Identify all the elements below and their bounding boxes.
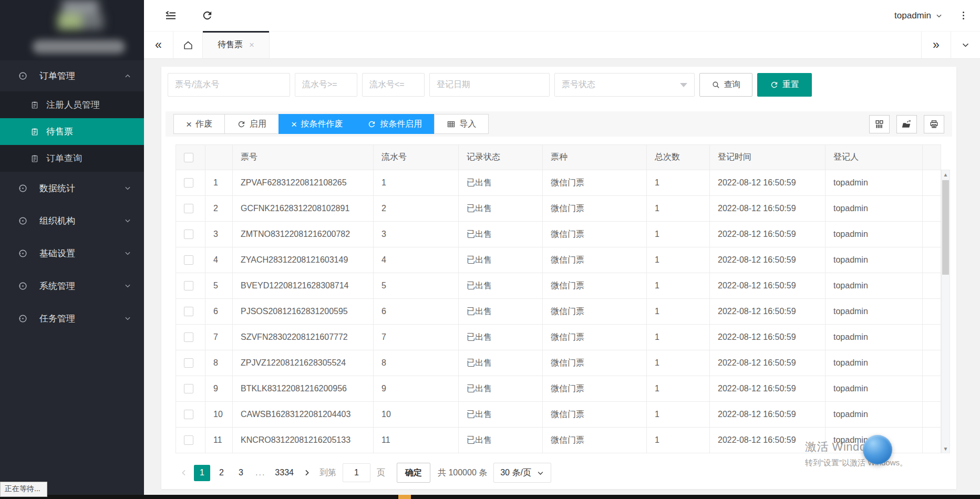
module-icon (18, 71, 28, 81)
toolbar-button-作废[interactable]: ×作废 (173, 114, 225, 134)
vertical-scrollbar[interactable]: ▲ ▼ (941, 170, 950, 453)
register-date-filter-input[interactable]: 登记日期 (429, 73, 550, 97)
clipboard-icon (30, 154, 39, 163)
more-menu-icon[interactable] (961, 9, 966, 22)
sidebar: 订单管理注册人员管理待售票订单查询数据统计组织机构基础设置系统管理任务管理 (0, 0, 144, 499)
close-tab-icon[interactable]: × (249, 40, 254, 50)
sidebar-item-label: 注册人员管理 (46, 99, 100, 111)
index-cell: 6 (205, 299, 233, 325)
register-time-cell: 2022-08-12 16:50:59 (710, 299, 826, 325)
next-page-icon[interactable] (298, 469, 315, 477)
ticket-type-cell: 微信门票 (543, 222, 647, 247)
toolbar-button-label: 导入 (459, 119, 476, 130)
index-cell: 11 (205, 428, 233, 453)
home-tab-button[interactable] (173, 32, 203, 58)
scrollbar-thumb[interactable] (942, 180, 949, 275)
columns-button[interactable] (869, 115, 890, 133)
row-checkbox[interactable] (184, 230, 193, 239)
confirm-page-button[interactable]: 确定 (397, 463, 430, 483)
logo-image-blurred (53, 0, 110, 36)
row-checkbox[interactable] (184, 307, 193, 316)
sidebar-group-订单管理[interactable]: 订单管理 (0, 60, 144, 91)
print-button[interactable] (924, 115, 944, 133)
assist-bubble[interactable] (863, 435, 892, 464)
tabs-dropdown-button[interactable] (951, 32, 980, 58)
logo-text-blurred (33, 40, 125, 54)
table-row: 6PJSOS208121628312005956已出售微信门票12022-08-… (176, 299, 941, 325)
row-checkbox[interactable] (184, 281, 193, 290)
toolbar-right-icons (869, 115, 944, 133)
chevron-down-icon (124, 315, 131, 322)
serial-no-cell: 1 (374, 170, 459, 196)
row-checkbox[interactable] (184, 358, 193, 368)
page-button-3334[interactable]: 3334 (272, 465, 297, 481)
sidebar-item-系统管理[interactable]: 系统管理 (0, 269, 144, 302)
collapse-sidebar-icon[interactable] (164, 9, 177, 22)
toolbar-button-label: 按条件作废 (301, 119, 343, 130)
total-count-cell: 1 (647, 170, 710, 196)
ticket-type-cell: 微信门票 (543, 428, 647, 453)
export-button[interactable] (896, 115, 917, 133)
checkbox-cell (176, 350, 205, 376)
sidebar-item-订单查询[interactable]: 订单查询 (0, 145, 144, 172)
filter-bar: 票号/流水号 流水号>= 流水号<= 登记日期 票号状态 查询 (168, 73, 950, 97)
total-count-cell: 1 (647, 376, 710, 402)
select-all-checkbox[interactable] (184, 153, 193, 162)
page-number-list: 123...3334 (192, 465, 298, 481)
column-header-登记时间: 登记时间 (710, 145, 826, 170)
total-count-cell: 1 (647, 428, 710, 453)
checkbox-cell (176, 428, 205, 453)
sidebar-item-注册人员管理[interactable]: 注册人员管理 (0, 91, 144, 118)
ticket-no-cell: PJSOS20812162831200595 (233, 299, 374, 325)
row-checkbox[interactable] (184, 410, 193, 419)
refresh-page-icon[interactable] (201, 9, 213, 22)
page-button-3[interactable]: 3 (233, 465, 249, 481)
row-checkbox[interactable] (184, 384, 193, 393)
sidebar-item-组织机构[interactable]: 组织机构 (0, 204, 144, 237)
row-checkbox[interactable] (184, 332, 193, 342)
tabs-scroll-left-button[interactable]: « (144, 32, 173, 58)
table-row: 10CAWSB1628312208120440310已出售微信门票12022-0… (176, 402, 941, 428)
user-menu[interactable]: topadmin (894, 11, 943, 21)
row-checkbox[interactable] (184, 435, 193, 445)
column-header-流水号: 流水号 (374, 145, 459, 170)
toolbar-button-导入[interactable]: 导入 (434, 114, 489, 134)
toolbar-button-按条件启用[interactable]: 按条件启用 (355, 114, 435, 134)
sidebar-item-任务管理[interactable]: 任务管理 (0, 302, 144, 335)
tabs-scroll-right-button[interactable]: » (921, 32, 951, 58)
page-button-2[interactable]: 2 (213, 465, 230, 481)
serial-lte-filter-input[interactable]: 流水号<= (362, 73, 425, 97)
sidebar-item-基础设置[interactable]: 基础设置 (0, 237, 144, 269)
prev-page-icon[interactable] (176, 469, 192, 477)
chevron-down-icon (124, 282, 131, 289)
page-size-select[interactable]: 30 条/页 (493, 463, 551, 483)
page-button-1[interactable]: 1 (194, 465, 210, 481)
toolbar-button-启用[interactable]: 启用 (224, 114, 279, 134)
row-checkbox[interactable] (184, 204, 193, 213)
goto-page-input[interactable] (343, 463, 370, 482)
chevron-down-icon (124, 250, 131, 257)
close-icon: × (291, 119, 297, 129)
row-checkbox[interactable] (184, 255, 193, 265)
search-button[interactable]: 查询 (699, 73, 752, 97)
ticket-serial-filter-input[interactable]: 票号/流水号 (168, 73, 290, 97)
checkbox-cell (176, 247, 205, 273)
scroll-up-icon[interactable]: ▲ (942, 170, 950, 179)
record-status-cell: 已出售 (459, 428, 543, 453)
close-icon: × (186, 119, 192, 129)
toolbar-button-按条件作废[interactable]: ×按条件作废 (278, 114, 355, 134)
sidebar-item-待售票[interactable]: 待售票 (0, 118, 144, 145)
scrollbar-track[interactable] (942, 179, 950, 444)
scroll-down-icon[interactable]: ▼ (942, 444, 950, 453)
row-checkbox[interactable] (184, 178, 193, 188)
sidebar-item-数据统计[interactable]: 数据统计 (0, 172, 144, 204)
reset-button[interactable]: 重置 (757, 73, 812, 97)
total-count-cell: 1 (647, 402, 710, 428)
serial-gte-filter-input[interactable]: 流水号>= (295, 73, 357, 97)
ticket-status-select[interactable]: 票号状态 (554, 73, 695, 97)
sidebar-item-label: 组织机构 (39, 215, 75, 227)
taskbar-indicator (398, 495, 411, 499)
tab-pending-tickets[interactable]: 待售票 × (203, 32, 270, 58)
operator-cell: topadmin (826, 222, 923, 247)
filler-cell (923, 222, 941, 247)
